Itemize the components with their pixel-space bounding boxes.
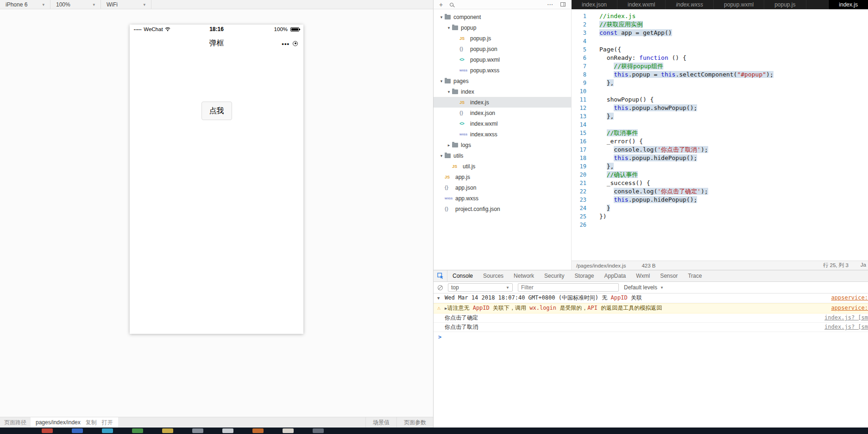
log-levels-select[interactable]: Default levels ▼ (624, 284, 664, 291)
chevron-right-icon[interactable]: ▸ (446, 143, 452, 147)
split-layout-icon[interactable] (560, 2, 566, 6)
inspect-element-button[interactable] (434, 270, 447, 281)
tree-folder-utils[interactable]: ▾utils (434, 150, 571, 161)
console-source-link[interactable]: index.js? [sm (824, 324, 868, 331)
editor-tab-bar: index.jsonindex.wxmlindex.wxsspopup.wxml… (572, 0, 868, 9)
taskbar-app-icon[interactable] (72, 428, 83, 433)
debugger-tab-security[interactable]: Security (539, 270, 569, 281)
code-token: .popup.hidePopup(); (629, 196, 698, 203)
console-message: 你点击了确定index.js? [sm (434, 313, 868, 323)
taskbar-app-icon[interactable] (283, 428, 294, 433)
taskbar-app-icon[interactable] (162, 428, 173, 433)
chevron-down-icon[interactable]: ▾ (446, 89, 452, 94)
tree-file-popup.json[interactable]: {}popup.json (434, 44, 571, 54)
tap-me-button[interactable]: 点我 (201, 102, 232, 120)
code-line-content: //获得popup组件 (593, 62, 663, 70)
tree-file-index.js[interactable]: JSindex.js (434, 97, 571, 108)
code-line: 10 (572, 87, 868, 96)
chevron-down-icon[interactable]: ▾ (438, 79, 445, 83)
folder-icon (452, 143, 458, 147)
taskbar-app-icon[interactable] (252, 428, 264, 433)
tree-file-popup.js[interactable]: JSpopup.js (434, 33, 571, 44)
taskbar-app-icon[interactable] (222, 428, 233, 433)
tree-folder-pages[interactable]: ▾pages (434, 76, 571, 86)
device-dropdown-label: iPhone 6 (6, 1, 27, 8)
clear-console-icon[interactable] (438, 285, 443, 290)
debugger-tab-network[interactable]: Network (509, 270, 539, 281)
console-prompt[interactable]: > (434, 332, 868, 341)
tree-file-app.json[interactable]: {}app.json (434, 182, 571, 193)
debugger-tab-appdata[interactable]: AppData (599, 270, 631, 281)
tree-file-popup.wxml[interactable]: <>popup.wxml (434, 54, 571, 65)
chevron-down-icon[interactable]: ▾ (438, 15, 445, 19)
editor-tab-index.json[interactable]: index.json (572, 0, 617, 9)
json-file-icon: {} (459, 46, 469, 51)
editor-tab-index.js[interactable]: index.js (828, 0, 868, 9)
tree-file-index.wxml[interactable]: <>index.wxml (434, 118, 571, 129)
tree-file-popup.wxss[interactable]: wxsspopup.wxss (434, 65, 571, 76)
debugger-tab-storage[interactable]: Storage (569, 270, 599, 281)
tree-file-index.json[interactable]: {}index.json (434, 108, 571, 118)
device-dropdown[interactable]: iPhone 6 ▾ (0, 0, 50, 9)
console-source-link[interactable]: index.js? [sm (824, 314, 868, 321)
tree-folder-popup[interactable]: ▾popup (434, 22, 571, 33)
wxss-file-icon: wxss (459, 69, 469, 72)
taskbar-app-icon[interactable] (102, 428, 113, 433)
home-capsule-icon[interactable] (293, 41, 298, 46)
tree-folder-index[interactable]: ▾index (434, 86, 571, 97)
editor-tab-index.wxml[interactable]: index.wxml (617, 0, 666, 9)
taskbar-app-icon[interactable] (192, 428, 203, 433)
chevron-down-icon[interactable]: ▾ (446, 26, 452, 30)
taskbar-app-icon[interactable] (313, 428, 324, 433)
tree-file-index.wxss[interactable]: wxssindex.wxss (434, 129, 571, 140)
code-line: 25}) (572, 212, 868, 221)
open-path-link[interactable]: 打开 (102, 419, 113, 427)
page-params-button[interactable]: 页面参数 (396, 417, 433, 428)
network-dropdown[interactable]: WiFi ▾ (101, 0, 151, 9)
chevron-down-icon[interactable]: ▾ (438, 153, 445, 158)
zoom-dropdown[interactable]: 100% ▾ (50, 0, 101, 9)
warning-icon[interactable]: ⚠ (437, 305, 445, 312)
console-source-link[interactable]: appservice: (831, 305, 868, 312)
scene-value-button[interactable]: 场景值 (365, 417, 396, 428)
editor-tab-popup.js[interactable]: popup.js (764, 0, 806, 9)
console-source-link[interactable]: appservice: (831, 294, 868, 301)
search-icon[interactable] (450, 3, 453, 6)
debugger-tab-wxml[interactable]: Wxml (631, 270, 655, 281)
context-select[interactable]: top ▼ (448, 283, 513, 292)
more-menu-icon[interactable]: ••• (282, 40, 289, 47)
tree-file-app.wxss[interactable]: wxssapp.wxss (434, 193, 571, 204)
editor-tab-index.wxss[interactable]: index.wxss (666, 0, 714, 9)
taskbar-app-icon[interactable] (42, 428, 53, 433)
copy-path-link[interactable]: 复制 (86, 419, 97, 427)
tree-item-label: index.wxss (470, 131, 497, 138)
disclosure-triangle-icon[interactable]: ▼ (437, 295, 445, 302)
js-file-icon: JS (459, 36, 469, 41)
tree-file-util.js[interactable]: JSutil.js (434, 161, 571, 172)
file-explorer: ▾component▾popupJSpopup.js{}popup.json<>… (434, 9, 572, 270)
editor-tab-popup.wxml[interactable]: popup.wxml (714, 0, 764, 9)
debugger-tab-console[interactable]: Console (447, 270, 478, 281)
page-path-label: 页面路径 (0, 417, 31, 428)
tree-folder-component[interactable]: ▾component (434, 12, 571, 22)
line-number: 23 (572, 196, 593, 204)
tree-file-app.js[interactable]: JSapp.js (434, 172, 571, 182)
language-label[interactable]: Ja (861, 262, 866, 269)
console-message-text: 你点击了取消 (437, 324, 819, 331)
line-number: 6 (572, 54, 593, 62)
debugger-tab-sensor[interactable]: Sensor (655, 270, 683, 281)
debugger-tab-trace[interactable]: Trace (683, 270, 707, 281)
add-file-button[interactable]: + (439, 1, 443, 8)
debugger-tab-sources[interactable]: Sources (478, 270, 509, 281)
console-filter-input[interactable] (518, 283, 619, 292)
code-line: 24 } (572, 204, 868, 212)
chevron-down-icon: ▼ (660, 286, 664, 290)
code-area[interactable]: 1//index.js2//获取应用实例3const app = getApp(… (572, 9, 868, 261)
tree-file-project.config.json[interactable]: {}project.config.json (434, 204, 571, 214)
line-number: 24 (572, 204, 593, 212)
more-options-icon[interactable]: ⋯ (547, 1, 554, 8)
taskbar-app-icon[interactable] (132, 428, 143, 433)
zoom-dropdown-label: 100% (56, 1, 70, 8)
tree-item-label: popup.wxml (470, 57, 500, 63)
tree-folder-logs[interactable]: ▸logs (434, 140, 571, 150)
